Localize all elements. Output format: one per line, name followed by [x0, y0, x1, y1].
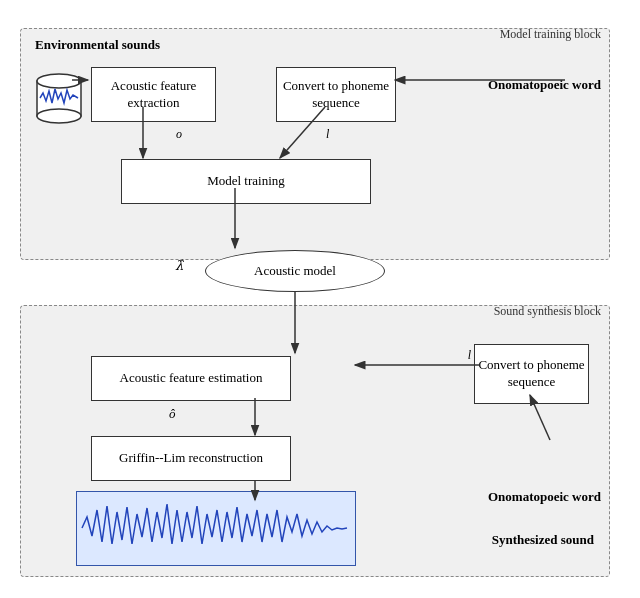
convert-phoneme-bot-label: Convert to phoneme sequence: [475, 357, 588, 391]
feat-estimation-label: Acoustic feature estimation: [120, 370, 263, 387]
model-training-block: Model training block Environmental sound…: [20, 28, 610, 260]
convert-phoneme-bot-box: Convert to phoneme sequence: [474, 344, 589, 404]
model-training-label: Model training: [207, 173, 285, 190]
feat-estimation-box: Acoustic feature estimation: [91, 356, 291, 401]
onomatopoeic-top-label: Onomatopoeic word: [488, 77, 601, 94]
feat-extraction-box: Acoustic feature extraction: [91, 67, 216, 122]
database-cylinder: [35, 71, 83, 126]
theta-hat-label: ô: [169, 406, 176, 422]
env-sounds-label: Environmental sounds: [35, 37, 160, 53]
feat-extraction-label: Acoustic feature extraction: [92, 78, 215, 112]
arrow-l-bot-label: l: [468, 348, 471, 363]
onomatopoeic-bot-label: Onomatopoeic word: [488, 489, 601, 506]
svg-point-2: [37, 109, 81, 123]
griffin-lim-label: Griffin--Lim reconstruction: [119, 450, 263, 467]
lambda-hat-label: λ̂: [175, 258, 183, 274]
model-training-box: Model training: [121, 159, 371, 204]
diagram-container: Model training block Environmental sound…: [10, 10, 628, 588]
griffin-lim-box: Griffin--Lim reconstruction: [91, 436, 291, 481]
acoustic-model-label: Acoustic model: [254, 263, 336, 279]
acoustic-model-ellipse: Acoustic model: [205, 250, 385, 292]
svg-rect-3: [77, 492, 355, 565]
convert-phoneme-top-label: Convert to phoneme sequence: [277, 78, 395, 112]
arrow-l-top-label: l: [326, 127, 329, 142]
arrow-o-label: o: [176, 127, 182, 142]
convert-phoneme-top-box: Convert to phoneme sequence: [276, 67, 396, 122]
synthesized-sound-label: Synthesized sound: [492, 532, 594, 548]
model-training-block-label: Model training block: [500, 27, 601, 42]
sound-synthesis-block: Sound synthesis block Acoustic feature e…: [20, 305, 610, 577]
svg-point-1: [37, 74, 81, 88]
sound-synthesis-block-label: Sound synthesis block: [494, 304, 601, 319]
synthesized-sound-box: [76, 491, 356, 566]
